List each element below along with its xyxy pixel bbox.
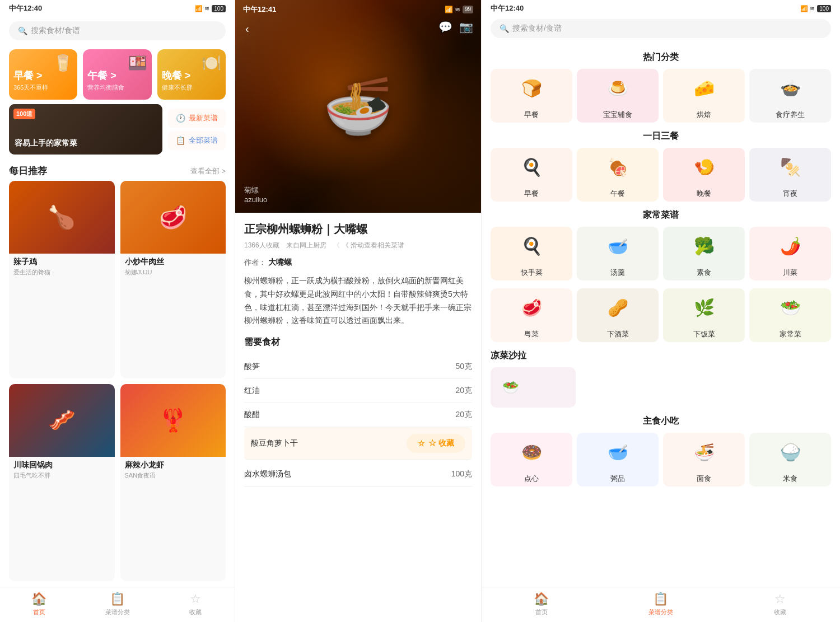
cat-cantonese[interactable]: 🥩 粤菜 bbox=[491, 288, 572, 342]
collected-count: 1366人收藏 bbox=[244, 241, 279, 250]
cat-dinner[interactable]: 🍤 晚餐 bbox=[663, 148, 745, 202]
right-status-bar: 中午12:40 📶 ≋ 100 bbox=[482, 0, 840, 17]
cat-homestyle-img: 🥗 bbox=[749, 288, 831, 326]
cat-dinner-label: 晚餐 bbox=[663, 186, 745, 202]
cat-breakfast-img: 🍞 bbox=[491, 69, 572, 107]
hot-category-grid: 🍞 早餐 🍮 宝宝辅食 🧀 烘焙 🍲 食疗养生 bbox=[491, 69, 831, 123]
cat-quick[interactable]: 🍳 快手菜 bbox=[491, 227, 572, 280]
cat-breakfast[interactable]: 🍞 早餐 bbox=[491, 69, 572, 123]
cat-congee[interactable]: 🥣 粥品 bbox=[577, 433, 659, 487]
cat-bake[interactable]: 🧀 烘焙 bbox=[663, 69, 745, 123]
lunch-sub: 营养均衡膳食 bbox=[87, 83, 124, 92]
recipe-author-row: 作者： 大嘴螺 bbox=[244, 257, 472, 268]
right-favorites-icon: ☆ bbox=[774, 592, 786, 606]
cat-cold-salad[interactable]: 🥗 bbox=[491, 367, 576, 408]
cat-lunch[interactable]: 🍖 午餐 bbox=[577, 148, 659, 202]
banner-main[interactable]: 100道 容易上手的家常菜 bbox=[9, 104, 162, 155]
breakfast-button[interactable]: 🥛 早餐 > 365天不重样 bbox=[9, 49, 77, 100]
food-author-2: 四毛气吃不胖 bbox=[13, 471, 110, 480]
cat-diet[interactable]: 🍲 食疗养生 bbox=[749, 69, 831, 123]
middle-panel: 中午12:41 📶 ≋ 99 ‹ 💬 📷 菊螺 azuiluo 正宗柳州螺蛳粉｜… bbox=[235, 0, 482, 622]
cat-lunch-label: 午餐 bbox=[577, 186, 659, 202]
staple-title: 主食小吃 bbox=[491, 415, 831, 427]
right-search-bar[interactable]: 🔍 搜索食材/食谱 bbox=[491, 19, 831, 38]
food-name-2: 川味回锅肉 bbox=[13, 460, 110, 470]
right-recipes-icon: 📋 bbox=[653, 592, 668, 606]
cat-soup-label: 汤羹 bbox=[577, 265, 659, 280]
cat-midnight-img: 🍢 bbox=[749, 148, 831, 186]
cat-noodle-img: 🍜 bbox=[663, 433, 745, 471]
latest-recipes-link[interactable]: 🕐 最新菜谱 bbox=[168, 109, 226, 128]
daily-recommend-header: 每日推荐 查看全部 > bbox=[0, 159, 235, 181]
back-icon[interactable]: ‹ bbox=[243, 20, 251, 38]
wechat-icon[interactable]: 💬 bbox=[438, 20, 452, 38]
food-grid: 🍗 辣子鸡 爱生活的馋猫 🥩 小炒牛肉丝 菊娜JUJU 🥓 川味回锅肉 四毛气吃… bbox=[0, 181, 235, 587]
food-image-0: 🍗 bbox=[9, 181, 115, 254]
cat-midnight[interactable]: 🍢 宵夜 bbox=[749, 148, 831, 202]
banner-row: 100道 容易上手的家常菜 🕐 最新菜谱 📋 全部菜谱 bbox=[0, 104, 235, 159]
cat-homestyle[interactable]: 🥗 家常菜 bbox=[749, 288, 831, 342]
cat-diet-label: 食疗养生 bbox=[749, 107, 831, 123]
camera-icon[interactable]: 📷 bbox=[459, 20, 473, 38]
food-card-0[interactable]: 🍗 辣子鸡 爱生活的馋猫 bbox=[9, 181, 115, 378]
right-nav-favorites[interactable]: ☆ 收藏 bbox=[721, 587, 840, 622]
left-nav-home[interactable]: 🏠 首页 bbox=[0, 587, 78, 622]
ingredient-3: 酸豆角萝卜干 ☆ ☆ 收藏 bbox=[244, 427, 472, 460]
cat-rice[interactable]: 🍚 米食 bbox=[749, 433, 831, 487]
left-nav-recipes[interactable]: 📋 菜谱分类 bbox=[78, 587, 157, 622]
right-nav-home[interactable]: 🏠 首页 bbox=[482, 587, 601, 622]
cat-dessert-label: 点心 bbox=[491, 471, 572, 487]
cat-morning[interactable]: 🍳 早餐 bbox=[491, 148, 572, 202]
cat-babyfoot[interactable]: 🍮 宝宝辅食 bbox=[577, 69, 659, 123]
cat-cantonese-label: 粤菜 bbox=[491, 326, 572, 342]
left-bottom-nav: 🏠 首页 📋 菜谱分类 ☆ 收藏 bbox=[0, 587, 235, 622]
left-search-bar[interactable]: 🔍 搜索食材/食谱 bbox=[9, 21, 226, 40]
food-image-1: 🥩 bbox=[120, 181, 226, 254]
dinner-sub: 健康不长胖 bbox=[162, 83, 193, 92]
cat-snack-wine-img: 🥜 bbox=[577, 288, 659, 326]
left-nav-favorites[interactable]: ☆ 收藏 bbox=[156, 587, 235, 622]
cat-noodle[interactable]: 🍜 面食 bbox=[663, 433, 745, 487]
cat-side[interactable]: 🌿 下饭菜 bbox=[663, 288, 745, 342]
cold-salad-title: 凉菜沙拉 bbox=[491, 350, 831, 362]
cat-sichuan[interactable]: 🌶️ 川菜 bbox=[749, 227, 831, 280]
cat-homestyle-label: 家常菜 bbox=[749, 326, 831, 342]
middle-status-icons: 📶 ≋ 99 bbox=[445, 6, 473, 13]
author-label: 作者： bbox=[244, 258, 266, 266]
food-card-2[interactable]: 🥓 川味回锅肉 四毛气吃不胖 bbox=[9, 384, 115, 582]
recipe-source: 来自网上厨房 bbox=[286, 241, 326, 250]
cat-veg[interactable]: 🥦 素食 bbox=[663, 227, 745, 280]
home-label: 首页 bbox=[33, 608, 45, 616]
recipes-icon: 📋 bbox=[110, 592, 125, 606]
recipe-title: 正宗柳州螺蛳粉｜大嘴螺 bbox=[244, 222, 472, 236]
lunch-button[interactable]: 🍱 午餐 > 营养均衡膳食 bbox=[83, 49, 151, 100]
collect-button[interactable]: ☆ ☆ 收藏 bbox=[407, 434, 465, 453]
cat-dessert[interactable]: 🍩 点心 bbox=[491, 433, 572, 487]
cat-cantonese-img: 🥩 bbox=[491, 288, 572, 326]
list-icon: 📋 bbox=[176, 136, 185, 145]
food-card-1[interactable]: 🥩 小炒牛肉丝 菊娜JUJU bbox=[120, 181, 226, 378]
right-home-label: 首页 bbox=[535, 608, 548, 616]
ingredient-4: 卤水螺蛳汤包 100克 bbox=[244, 462, 472, 487]
cat-bake-label: 烘焙 bbox=[663, 107, 745, 123]
cat-rice-label: 米食 bbox=[749, 471, 831, 487]
view-all-link[interactable]: 查看全部 > bbox=[190, 166, 226, 176]
banner-badge: 100道 bbox=[13, 109, 35, 119]
cat-soup[interactable]: 🥣 汤羹 bbox=[577, 227, 659, 280]
food-card-3[interactable]: 🦞 麻辣小龙虾 SAN食夜语 bbox=[120, 384, 226, 582]
right-nav-recipes[interactable]: 📋 菜谱分类 bbox=[601, 587, 720, 622]
cat-lunch-img: 🍖 bbox=[577, 148, 659, 186]
cat-midnight-label: 宵夜 bbox=[749, 186, 831, 202]
left-search-placeholder: 搜索食材/食谱 bbox=[31, 26, 80, 36]
cat-sichuan-label: 川菜 bbox=[749, 265, 831, 280]
right-content: 热门分类 🍞 早餐 🍮 宝宝辅食 🧀 烘焙 🍲 食疗养生 一日三餐 🍳 bbox=[482, 45, 840, 587]
cold-salad-img: 🥗 bbox=[494, 371, 528, 404]
food-image-3: 🦞 bbox=[120, 384, 226, 457]
cat-snack-wine[interactable]: 🥜 下酒菜 bbox=[577, 288, 659, 342]
breakfast-sub: 365天不重样 bbox=[13, 83, 48, 92]
favorites-icon: ☆ bbox=[190, 592, 201, 606]
dinner-button[interactable]: 🍽️ 晚餐 > 健康不长胖 bbox=[157, 49, 226, 100]
all-recipes-link[interactable]: 📋 全部菜谱 bbox=[168, 131, 226, 150]
right-bottom-nav: 🏠 首页 📋 菜谱分类 ☆ 收藏 bbox=[482, 587, 840, 622]
food-name-1: 小炒牛肉丝 bbox=[125, 257, 222, 267]
